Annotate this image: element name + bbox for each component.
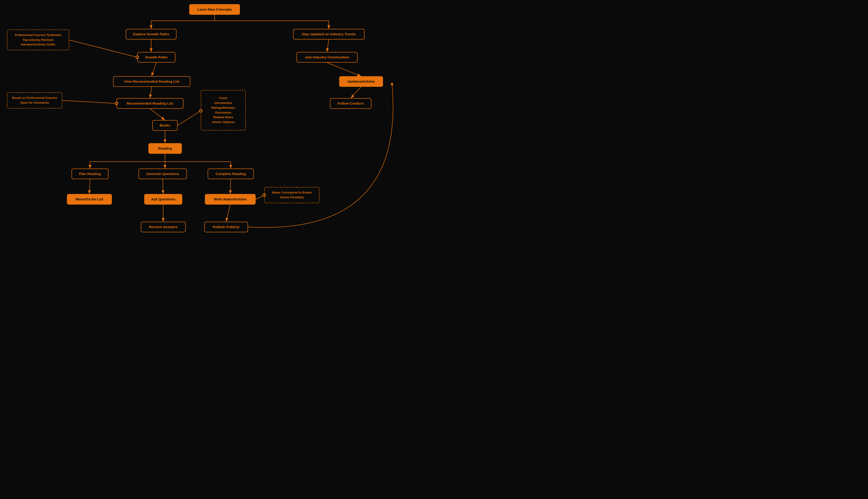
dashed-box2: Based on Professional Courses Open for C… [7, 93, 62, 109]
svg-line-14 [351, 87, 361, 98]
publish-publicly: Publish Publicly [204, 222, 248, 232]
receive-answers: Receive Answers [141, 222, 186, 232]
write-notes: Write Notes/Articles [205, 194, 256, 205]
reading: Reading [148, 143, 182, 154]
svg-line-10 [69, 40, 137, 57]
follow-creators: Follow Creators [330, 98, 372, 109]
dashed-box1: Professional Courses Textbooks Top Indus… [7, 29, 69, 50]
dashed-box3: Cover Introduction Ratings/Reviews Discu… [201, 90, 246, 131]
explore-growth-paths: Explore Growth Paths [126, 29, 176, 39]
dashed-box4: Notes Correspond to Books Article Flexib… [264, 187, 319, 203]
memo-todo: Memo/To-Do List [67, 194, 112, 205]
complete-reading: Complete Reading [207, 169, 254, 179]
svg-line-13 [327, 63, 361, 76]
view-recommended: View Recommended Reading List [113, 76, 190, 87]
books: Books [152, 120, 178, 131]
svg-line-31 [226, 205, 230, 222]
svg-line-18 [178, 111, 201, 125]
join-industry: Join Industry Communities [297, 52, 357, 63]
svg-line-15 [150, 87, 152, 98]
ask-questions: Ask Questions [144, 194, 182, 205]
svg-line-29 [230, 179, 231, 194]
updates-articles: Updates/Articles [339, 76, 383, 87]
svg-line-12 [327, 39, 329, 52]
svg-line-32 [256, 195, 264, 199]
learn-new-concepts: Learn New Concepts [189, 4, 240, 15]
svg-line-17 [150, 109, 165, 120]
svg-line-27 [89, 179, 90, 194]
stay-updated: Stay Updated on Industry Trends [293, 29, 365, 39]
diagram: Learn New ConceptsExplore Growth PathsSt… [0, 0, 434, 250]
plan-reading: Plan Reading [72, 169, 109, 179]
svg-line-28 [163, 179, 163, 194]
svg-line-11 [152, 63, 156, 76]
recommended-reading: Recommended Reading List [116, 98, 184, 109]
svg-line-16 [62, 100, 116, 104]
generate-questions: Generate Questions [138, 169, 187, 179]
growth-paths: Growth Paths [137, 52, 175, 63]
